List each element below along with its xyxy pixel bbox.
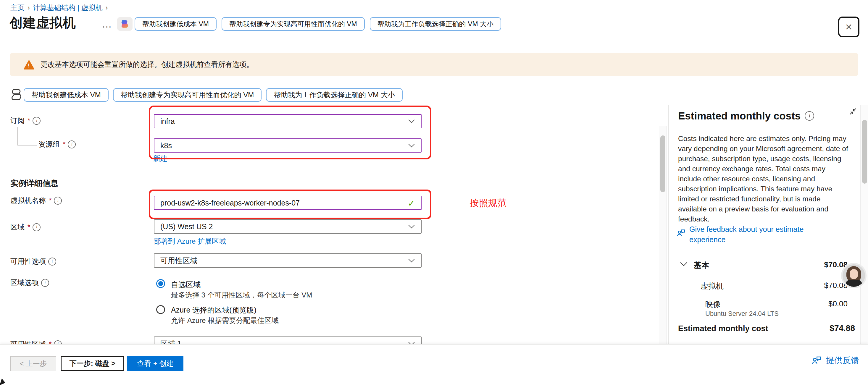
more-menu-icon[interactable]: … [102,18,113,30]
suggest-low-cost-vm-button[interactable]: 帮助我创建低成本 VM [134,17,217,31]
give-feedback-button[interactable]: 提供反馈 [811,355,859,366]
info-icon[interactable]: i [48,258,56,265]
suggest-right-vm-size-button[interactable]: 帮助我为工作负载选择正确的 VM 大小 [266,88,402,102]
vm-name-input[interactable] [154,196,422,210]
availability-options-label: 可用性选项 i [10,257,56,266]
breadcrumb-separator: › [28,4,30,12]
cost-panel-scrollbar-thumb[interactable] [862,120,867,184]
create-new-resource-group-link[interactable]: 新建 [153,154,167,163]
info-icon[interactable]: i [54,340,62,344]
availability-options-dropdown[interactable]: 可用性区域 [154,253,422,267]
warning-banner-text: 更改基本选项可能会重置所做的选择。创建虚拟机前查看所有选项。 [40,60,253,69]
collapse-icon[interactable] [848,107,857,117]
close-icon: ✕ [845,22,852,32]
info-icon[interactable]: i [41,279,49,287]
page-title: 创建虚拟机 [9,14,76,32]
resource-group-value: k8s [160,141,172,150]
region-value: (US) West US 2 [160,222,213,231]
required-marker: * [28,223,30,231]
breadcrumb-section-link[interactable]: 计算基础结构 | 虚拟机 [33,3,103,12]
zone-option-azure-select-description: 允许 Azure 根据需要分配最佳区域 [171,316,279,325]
create-vm-page: 主页 › 计算基础结构 | 虚拟机 › 创建虚拟机 … 帮助我创建低成本 VM … [0,0,868,385]
next-step-disks-button[interactable]: 下一步: 磁盘 > [61,356,124,371]
suggest-high-availability-vm-button[interactable]: 帮助我创建专为实现高可用性而优化的 VM [222,17,365,31]
copilot-outline-icon [10,88,23,103]
chevron-down-icon [408,119,415,123]
warning-banner: ! 更改基本选项可能会重置所做的选择。创建虚拟机前查看所有选项。 [10,53,858,76]
close-button[interactable]: ✕ [838,17,860,37]
estimate-feedback-label: Give feedback about your estimate experi… [689,224,836,245]
copilot-suggestions-row-inline: 帮助我创建低成本 VM 帮助我创建专为实现高可用性而优化的 VM 帮助我为工作负… [24,88,403,102]
avatar-face [850,269,858,279]
give-feedback-label: 提供反馈 [826,355,859,366]
cost-row-image-label: 映像 [705,299,721,310]
warning-icon: ! [23,60,35,69]
chevron-down-icon [408,143,415,148]
availability-zone-label: 可用性区域* i [10,340,62,344]
assistant-avatar[interactable] [841,263,867,288]
edge-zone-link[interactable]: 部署到 Azure 扩展区域 [154,236,226,246]
availability-zone-dropdown[interactable]: 区域 1 [154,336,422,344]
required-marker: * [49,196,52,204]
form-scrollbar[interactable] [659,126,666,344]
cost-total-divider [668,319,868,319]
zone-option-self-select-radio[interactable] [156,279,165,288]
chevron-down-icon [408,342,415,344]
checkmark-icon: ✓ [408,198,415,208]
zone-option-self-select-description: 最多选择 3 个可用性区域，每个区域一台 VM [171,290,312,300]
required-marker: * [49,340,52,344]
info-icon[interactable]: i [805,111,814,121]
suggest-right-vm-size-button[interactable]: 帮助我为工作负载选择正确的 VM 大小 [370,17,501,31]
cost-row-image-amount: $0.00 [769,299,847,309]
connector-line [18,127,18,146]
vm-name-label: 虚拟机名称* i [10,196,62,205]
cost-row-basic-amount: $70.08 [769,260,847,269]
info-icon[interactable]: i [33,223,40,231]
cost-panel-title: Estimated monthly costs [678,110,801,122]
cost-panel-title-row: Estimated monthly costs i [678,110,814,122]
required-marker: * [63,140,65,149]
connector-line [18,145,37,146]
info-icon[interactable]: i [68,140,76,149]
availability-options-value: 可用性区域 [160,256,197,265]
cost-total-amount: $74.88 [769,323,855,333]
basics-form: 订阅* i infra 资源组* i k8s 新建 实例详细信息 虚拟机名称* … [0,103,668,344]
review-create-button[interactable]: 查看 + 创建 [127,356,183,371]
form-scrollbar-thumb[interactable] [660,135,665,192]
cost-row-vm-amount: $70.08 [769,281,847,290]
suggest-high-availability-vm-button[interactable]: 帮助我创建专为实现高可用性而优化的 VM [113,88,262,102]
breadcrumb-separator: › [105,4,108,12]
suggest-low-cost-vm-button[interactable]: 帮助我创建低成本 VM [24,88,108,102]
previous-step-button[interactable]: < 上一步 [10,356,56,371]
chevron-down-icon [408,224,415,229]
chevron-down-icon [408,258,415,263]
cost-panel-description: Costs indicated here are estimates only.… [678,134,850,224]
resource-group-dropdown[interactable]: k8s [154,138,422,153]
avatar-body [845,280,862,288]
breadcrumb: 主页 › 计算基础结构 | 虚拟机 › [10,3,111,12]
zone-option-azure-select-radio[interactable] [156,305,165,314]
estimate-feedback-link[interactable]: Give feedback about your estimate experi… [676,224,836,245]
copilot-suggestions-row-top: 帮助我创建低成本 VM 帮助我创建专为实现高可用性而优化的 VM 帮助我为工作负… [134,17,501,31]
subscription-value: infra [160,117,175,126]
annotation-text: 按照规范 [470,197,506,210]
info-icon[interactable]: i [33,117,40,125]
cost-total-label: Estimated monthly cost [678,324,768,333]
cost-row-basic-label: 基本 [694,260,709,270]
feedback-icon [676,228,686,238]
copilot-logo-icon [120,19,130,29]
instance-details-heading: 实例详细信息 [10,178,58,189]
image-name-subtext: Ubuntu Server 24.04 LTS [705,310,779,318]
feedback-icon [811,355,822,366]
zone-option-self-select-label: 自选区域 [171,280,200,289]
breadcrumb-home-link[interactable]: 主页 [10,3,25,12]
chevron-down-icon[interactable] [680,262,687,266]
required-marker: * [28,117,30,125]
cost-panel-scrollbar[interactable] [860,105,868,344]
cost-row-vm-label: 虚拟机 [701,281,724,291]
region-dropdown[interactable]: (US) West US 2 [154,219,422,234]
copilot-icon[interactable] [117,17,132,31]
subscription-dropdown[interactable]: infra [154,114,422,128]
zone-options-label: 区域选项 i [10,278,49,287]
info-icon[interactable]: i [54,197,62,204]
